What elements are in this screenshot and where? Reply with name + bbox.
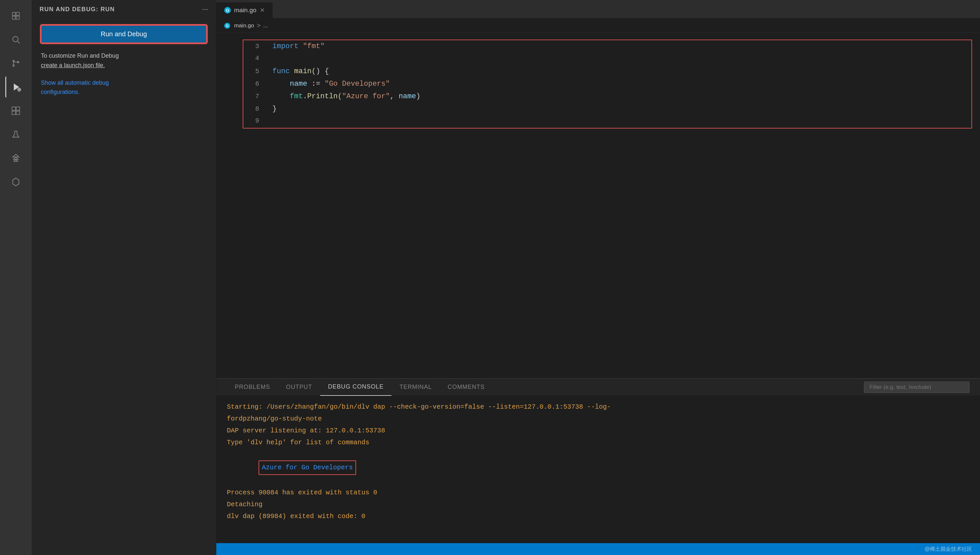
panel-tabs: PROBLEMS OUTPUT DEBUG CONSOLE TERMINAL C… xyxy=(216,379,980,396)
line-number-4: 4 xyxy=(243,53,270,64)
tab-bar: G main.go ✕ xyxy=(216,0,980,18)
line-number-6: 6 xyxy=(243,79,270,90)
run-debug-icon[interactable] xyxy=(5,77,26,98)
line-number-7: 7 xyxy=(243,91,270,102)
console-line-2: fordpzhang/go-study-note xyxy=(227,413,969,425)
console-line-8: dlv dap (89984) exited with code: 0 xyxy=(227,510,969,522)
code-line-6: 6 name := "Go Developers" xyxy=(243,78,972,90)
go-file-icon: G xyxy=(224,7,231,13)
status-bar: @稀土掘金技术社区 xyxy=(216,543,980,555)
svg-rect-14 xyxy=(12,107,16,111)
console-line-4: Type 'dlv help' for list of commands xyxy=(227,437,969,449)
svg-rect-1 xyxy=(16,13,19,16)
sidebar: RUN AND DEBUG: RUN ··· Run and Debug To … xyxy=(32,0,216,555)
line-content-7: fmt.Println("Azure for", name) xyxy=(270,90,972,103)
line-number-3: 3 xyxy=(243,41,270,52)
code-line-8: 8 } xyxy=(243,103,972,115)
breadcrumb-filename[interactable]: main.go xyxy=(234,22,254,29)
code-highlighted-block: 3 import "fmt" 4 5 func main() { 6 name … xyxy=(243,40,972,128)
tab-debug-console[interactable]: DEBUG CONSOLE xyxy=(320,379,392,396)
svg-rect-16 xyxy=(12,111,16,115)
extensions-icon[interactable] xyxy=(5,100,26,121)
svg-marker-19 xyxy=(13,178,19,186)
sidebar-header: RUN AND DEBUG: RUN ··· xyxy=(32,0,216,18)
run-debug-button[interactable]: Run and Debug xyxy=(41,25,207,43)
line-content-6: name := "Go Developers" xyxy=(270,78,972,90)
console-filter-input[interactable] xyxy=(864,382,969,393)
svg-point-7 xyxy=(13,65,14,67)
show-configs-link[interactable]: Show all automatic debug configurations. xyxy=(41,79,109,96)
tab-terminal[interactable]: TERMINAL xyxy=(391,379,440,396)
line-content-5: func main() { xyxy=(270,65,972,77)
sidebar-content: Run and Debug To customize Run and Debug… xyxy=(32,18,216,103)
console-line-1: Starting: /Users/zhangfan/go/bin/dlv dap… xyxy=(227,401,969,413)
breadcrumb-separator: > xyxy=(257,22,260,29)
code-line-5: 5 func main() { xyxy=(243,65,972,78)
azure-for-go-output: Azure for Go Developers xyxy=(259,460,356,475)
show-configs-line1: Show all automatic debug xyxy=(41,79,109,86)
code-editor[interactable]: 3 import "fmt" 4 5 func main() { 6 name … xyxy=(216,33,980,379)
svg-line-5 xyxy=(18,41,19,43)
tab-filename: main.go xyxy=(234,6,257,14)
activity-bar xyxy=(0,0,32,555)
watermark-text: @稀土掘金技术社区 xyxy=(925,546,972,553)
create-launch-json-link[interactable]: create a launch.json file. xyxy=(41,62,105,69)
console-line-6: Process 90084 has exited with status 0 xyxy=(227,487,969,499)
svg-rect-2 xyxy=(13,16,16,19)
editor-area: G main.go ✕ G main.go > ... 3 import "fm… xyxy=(216,0,980,555)
tab-comments[interactable]: COMMENTS xyxy=(440,379,493,396)
svg-rect-15 xyxy=(16,107,19,111)
main-go-tab[interactable]: G main.go ✕ xyxy=(216,2,273,18)
breadcrumb-file-icon: G xyxy=(224,23,230,29)
breadcrumb: G main.go > ... xyxy=(216,18,980,33)
code-line-3: 3 import "fmt" xyxy=(243,40,972,53)
code-line-4: 4 xyxy=(243,53,972,65)
source-control-icon[interactable] xyxy=(5,53,26,74)
explorer-icon[interactable] xyxy=(5,5,26,26)
show-configs-line2: configurations. xyxy=(41,89,79,95)
tree-icon[interactable] xyxy=(5,148,26,169)
flask-icon[interactable] xyxy=(5,124,26,145)
line-content-3: import "fmt" xyxy=(270,40,972,52)
svg-rect-17 xyxy=(16,111,19,115)
line-content-8: } xyxy=(270,103,972,115)
console-output: Starting: /Users/zhangfan/go/bin/dlv dap… xyxy=(216,396,980,543)
console-line-5-highlighted: Azure for Go Developers xyxy=(227,449,969,487)
panel-area: PROBLEMS OUTPUT DEBUG CONSOLE TERMINAL C… xyxy=(216,379,980,543)
tab-problems[interactable]: PROBLEMS xyxy=(227,379,278,396)
line-number-5: 5 xyxy=(243,66,270,77)
search-icon[interactable] xyxy=(5,29,26,50)
customize-text: To customize Run and Debug create a laun… xyxy=(41,51,207,70)
line-number-8: 8 xyxy=(243,103,270,115)
line-number-9: 9 xyxy=(243,115,270,127)
svg-point-6 xyxy=(13,60,14,62)
svg-point-4 xyxy=(13,37,18,42)
svg-rect-3 xyxy=(16,16,19,19)
sidebar-more-button[interactable]: ··· xyxy=(202,5,208,13)
sidebar-title: RUN AND DEBUG: RUN xyxy=(40,6,115,13)
console-line-7: Detaching xyxy=(227,499,969,510)
svg-rect-0 xyxy=(13,13,16,16)
breadcrumb-more[interactable]: ... xyxy=(263,22,268,29)
console-line-3: DAP server listening at: 127.0.0.1:53738 xyxy=(227,425,969,437)
code-line-9: 9 xyxy=(243,115,972,128)
hex-icon[interactable] xyxy=(5,172,26,192)
code-line-7: 7 fmt.Println("Azure for", name) xyxy=(243,90,972,103)
customize-line1: To customize Run and Debug xyxy=(41,52,119,59)
tab-close-button[interactable]: ✕ xyxy=(260,6,265,14)
show-configs-text: Show all automatic debug configurations. xyxy=(41,78,207,97)
tab-output[interactable]: OUTPUT xyxy=(278,379,320,396)
